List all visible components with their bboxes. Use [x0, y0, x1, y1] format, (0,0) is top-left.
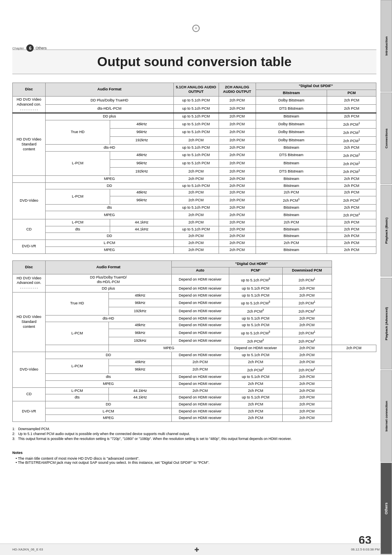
col-downmixed-header: Downmixed PCM — [282, 267, 332, 274]
footer-right: 06.12.5 6:03:38 PM — [351, 548, 380, 551]
col-pcm-header: PCM — [327, 90, 376, 97]
col-pcm2-header: PCM² — [229, 267, 282, 274]
table-row: L-PCM Depend on HDMI receiver 2ch PCM 2c… — [13, 408, 376, 415]
notes-section: Notes The main title content of most mov… — [12, 451, 376, 465]
table-row: DD plus Depend on HDMI receiver up to 5.… — [13, 285, 376, 292]
hdmi-table: Disc Audio Format "Digital Out HDMI" Aut… — [12, 260, 376, 422]
table-row: CD L-PCM 44.1kHz 2ch PCM 2ch PCM 2ch PCM… — [13, 219, 376, 226]
table-row: DVD-VR DD Depend on HDMI receiver 2ch PC… — [13, 401, 376, 408]
table-row: dts-HD/L-PCM up to 5.1ch PCM 2ch PCM DTS… — [13, 105, 376, 113]
page-wrapper: Chapter 6 Others Introduction Connection… — [0, 0, 392, 555]
table-row: DVD-Video DD up to 5.1ch PCM 2ch PCM Bit… — [13, 182, 376, 189]
footer-center: ✚ — [194, 546, 199, 553]
table-row: dts 44.1kHz up to 5.1ch PCM 2ch PCM Bits… — [13, 226, 376, 233]
col-hdmi-header: "Digital Out HDMI" — [171, 260, 332, 267]
table-row: dts-HD Depend on HDMI receiver up to 5.1… — [13, 315, 376, 322]
footer-bar: HD-XA2KN_06_E 63 ✚ 06.12.5 6:03:38 PM — [0, 543, 392, 555]
table-row: dts Depend on HDMI receiver up to 5.1ch … — [13, 374, 376, 381]
footnote-2: 2: Up to 5.1 channel PCM audio output is… — [12, 432, 376, 436]
notes-item-1: The main title content of most movie HD … — [16, 456, 376, 461]
footnote-3: 3: This output format is possible when t… — [12, 437, 376, 441]
sidebar-tab-playback-advanced[interactable]: Playback (Advanced) — [380, 278, 392, 369]
sidebar-tab-others[interactable]: Others — [380, 463, 392, 554]
sidebar-tabs: Introduction Connections Playback (Basic… — [380, 0, 392, 555]
col-5ch-header: 5.1CH ANALOG AUDIO OUTPUT — [173, 83, 219, 97]
col-format-header: Audio Format — [46, 83, 174, 97]
main-content: Output sound conversion table Disc Audio… — [12, 0, 376, 481]
spdif-table: Disc Audio Format 5.1CH ANALOG AUDIO OUT… — [12, 83, 376, 254]
table-row: CD L-PCM 44.1kHz 2ch PCM 2ch PCM 2ch PCM — [13, 387, 376, 394]
col-auto-header: Auto — [171, 267, 229, 274]
table-row: MPEG Depend on HDMI receiver 2ch PCM 2ch… — [13, 415, 376, 422]
table-row: MPEG 2ch PCM 2ch PCM Bitstream 2ch PCM — [13, 175, 376, 182]
table-row: MPEG Depend on HDMI receiver 2ch PCM 2ch… — [13, 345, 376, 352]
table-row: MPEG 2ch PCM 2ch PCM Bitstream 2ch PCM — [13, 246, 376, 253]
notes-list: The main title content of most movie HD … — [12, 456, 376, 465]
table-row: HD DVD VideoAdvanced con.- - - - - - - -… — [13, 97, 376, 105]
table-row: dts 44.1kHz Depend on HDMI receiver up t… — [13, 394, 376, 401]
table-row: DVD-Video DD Depend on HDMI receiver up … — [13, 352, 376, 359]
sidebar-tab-internet[interactable]: Internet connection — [380, 370, 392, 462]
table-row: DD 2ch PCM 2ch PCM Bitstream 2ch PCM — [13, 233, 376, 240]
col-disc2-header: Disc — [13, 260, 46, 274]
table-row: HD DVD VideoAdvanced con.- - - - - - - -… — [13, 274, 376, 285]
col-spdif-header: "Digital Out SPDIF" — [256, 83, 376, 90]
table-row: L-PCM 48kHz Depend on HDMI receiver up t… — [13, 322, 376, 329]
table-row: HD DVD VideoStandardcontent True HD 48kH… — [13, 292, 376, 299]
page-title: Output sound conversion table — [12, 49, 376, 74]
footnote-1: 1: Downsampled PCM. — [12, 427, 376, 431]
footnotes: 1: Downsampled PCM. 2: Up to 5.1 channel… — [12, 427, 376, 441]
chapter-number: 6 — [26, 44, 34, 52]
table-row: L-PCM 48kHz 2ch PCM 2ch PCM 2ch PCM — [13, 359, 376, 366]
chapter-marker: Chapter 6 Others — [12, 44, 46, 52]
col-2ch-header: 2CH ANALOG AUDIO OUTPUT — [219, 83, 256, 97]
table-row: dts-HD up to 5.1ch PCM 2ch PCM Bitstream… — [13, 145, 376, 152]
table-row: True HD 48kHz up to 5.1ch PCM 2ch PCM Do… — [13, 120, 376, 129]
chapter-label: Others — [35, 46, 46, 50]
sidebar-tab-connections[interactable]: Connections — [380, 92, 392, 184]
col-format2-header: Audio Format — [46, 260, 172, 274]
notes-title: Notes — [12, 451, 376, 455]
footer-left: HD-XA2KN_06_E 63 — [12, 548, 43, 551]
col-bitstream-header: Bitstream — [256, 90, 327, 97]
sidebar-tab-playback-basic[interactable]: Playback (Basic) — [380, 185, 392, 276]
table-row: MPEG Depend on HDMI receiver 2ch PCM 2ch… — [13, 380, 376, 387]
notes-item-2: The BITSTREAM/PCM jack may not output SA… — [16, 461, 376, 465]
table-row: HD DVD VideoStandardcontent DD plus up t… — [13, 113, 376, 120]
table-row: MPEG 2ch PCM 2ch PCM Bitstream 2ch PCM1 — [13, 211, 376, 219]
top-decoration-circle — [192, 25, 200, 32]
table-row: L-PCM 48kHz up to 5.1ch PCM 2ch PCM DTS … — [13, 151, 376, 159]
sidebar-tab-introduction[interactable]: Introduction — [380, 0, 392, 92]
table-row: L-PCM 48kHz 2ch PCM 2ch PCM 2ch PCM 2ch … — [13, 189, 376, 196]
table-row: dts up to 5.1ch PCM 2ch PCM Bitstream 2c… — [13, 204, 376, 211]
table-row: DVD-VR L-PCM 2ch PCM 2ch PCM 2ch PCM 2ch… — [13, 240, 376, 247]
col-disc-header: Disc — [13, 83, 46, 97]
